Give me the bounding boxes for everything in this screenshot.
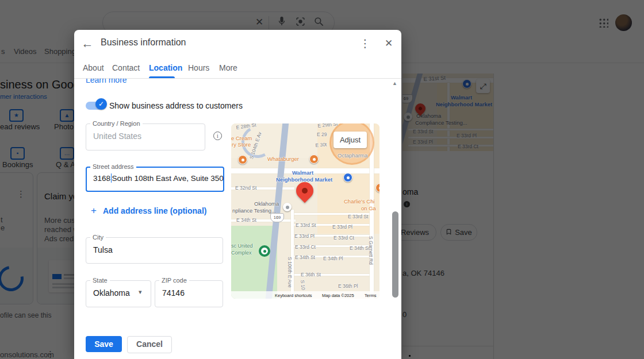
map-poi-label: Octapharma	[338, 152, 367, 159]
map-poi-label: Whataburger	[267, 156, 299, 162]
add-icon[interactable]: +	[91, 205, 97, 217]
learn-more-link[interactable]: Learn more	[86, 79, 127, 84]
map-street-label: S 106th E Ave	[287, 257, 293, 288]
poi-dot-pin	[283, 203, 292, 211]
map-poi-label: sc United	[231, 243, 253, 249]
save-button[interactable]: Save	[86, 336, 122, 352]
back-icon[interactable]: ←	[80, 37, 94, 51]
restaurant-pin	[238, 155, 247, 164]
tab-about[interactable]: About	[83, 57, 104, 78]
zip-value[interactable]: 74146	[162, 288, 185, 298]
scrollbar-up-arrow[interactable]: ▲	[392, 80, 397, 86]
map-street-label: E 33rd Pl	[294, 233, 315, 239]
city-label: City	[90, 234, 106, 241]
map-poi-label: ry Store	[232, 141, 251, 148]
chevron-down-icon[interactable]: ▾	[139, 288, 142, 296]
map-street-label: E 32nd St	[235, 185, 256, 191]
street-address-value-before[interactable]: 3168	[93, 174, 110, 183]
map-street-label: E 36th Pl	[338, 283, 358, 289]
info-icon[interactable]: i	[213, 132, 222, 140]
tab-location[interactable]: Location	[149, 57, 182, 78]
tab-hours[interactable]: Hours	[188, 57, 209, 78]
map-poi-label: Oklahoma	[254, 200, 279, 207]
walmart-cart-pin	[343, 173, 352, 182]
map-attribution-link[interactable]: Terms	[365, 293, 376, 298]
country-label: Country / Region	[90, 120, 143, 127]
map-street-label: E 33rd St	[348, 214, 368, 219]
map-poi-label: Walmart	[292, 169, 313, 176]
tab-contact[interactable]: Contact	[112, 57, 140, 78]
add-address-line-link[interactable]: Add address line (optional)	[103, 206, 206, 215]
map-street-label: S Garnett Rd	[368, 236, 374, 265]
business-information-dialog: ← Business information ⋮ ✕ About Contact…	[74, 30, 401, 359]
restaurant-pin	[309, 155, 319, 164]
map-street-label: E 33rd Pl	[332, 224, 352, 230]
map-street-label: E 33rd St	[296, 222, 316, 228]
dialog-close-icon[interactable]: ✕	[382, 37, 396, 51]
scrollbar-thumb[interactable]	[392, 211, 398, 298]
map-street-label: E 34th St	[350, 245, 370, 251]
park-poi-pin	[259, 245, 270, 257]
map-street-label: S 10	[300, 280, 306, 290]
zip-label: ZIP code	[159, 277, 189, 284]
cancel-button[interactable]: Cancel	[127, 336, 172, 353]
toggle-label: Show business address to customers	[109, 101, 243, 110]
country-value: United States	[93, 132, 141, 141]
map-street-label: E 33rd Ct	[295, 244, 316, 250]
map-attribution-link[interactable]: Keyboard shortcuts	[275, 293, 312, 298]
map-poi-label: Charlie's Chi	[344, 198, 375, 204]
dialog-content: Learn more ✓ Show business address to cu…	[74, 79, 391, 359]
state-value: Oklahoma	[93, 288, 130, 298]
map-street-label: E 36th St	[301, 272, 321, 277]
map-street-label: E 29	[317, 132, 327, 137]
street-address-value-after[interactable]: South 108th East Ave, Suite 350	[112, 174, 224, 183]
map-poi-label: e Cream	[231, 135, 252, 141]
map-poi-label: Complex	[231, 250, 252, 256]
dialog-title: Business information	[101, 37, 186, 48]
map-attribution-link: Map data ©2025	[322, 293, 354, 298]
screen: ✕ s Videos Shopping siness on Google mer…	[0, 0, 644, 359]
map-poi-label: on Ga	[361, 205, 376, 211]
map-poi-label: npliance Testing...	[232, 207, 276, 214]
adjust-button[interactable]: Adjust	[334, 132, 367, 148]
map-street-label: E 34th Pl	[323, 256, 343, 261]
show-address-toggle-thumb[interactable]: ✓	[95, 98, 107, 110]
tab-more[interactable]: More	[219, 57, 237, 78]
dialog-menu-icon[interactable]: ⋮	[358, 37, 372, 51]
map-street-label: E 33rd Ct	[334, 235, 354, 241]
location-map[interactable]: Adjust E 28th StS 104th E AvE 29th StE 2…	[231, 123, 379, 299]
state-label: State	[90, 277, 110, 284]
highway-shield: 169	[270, 213, 284, 222]
city-value[interactable]: Tulsa	[93, 245, 113, 254]
map-street-label: E 34th St	[295, 254, 315, 260]
map-street-label: E 30t	[315, 141, 327, 148]
street-address-label: Street address	[90, 163, 136, 170]
map-street-label: E 34th St	[236, 217, 256, 223]
